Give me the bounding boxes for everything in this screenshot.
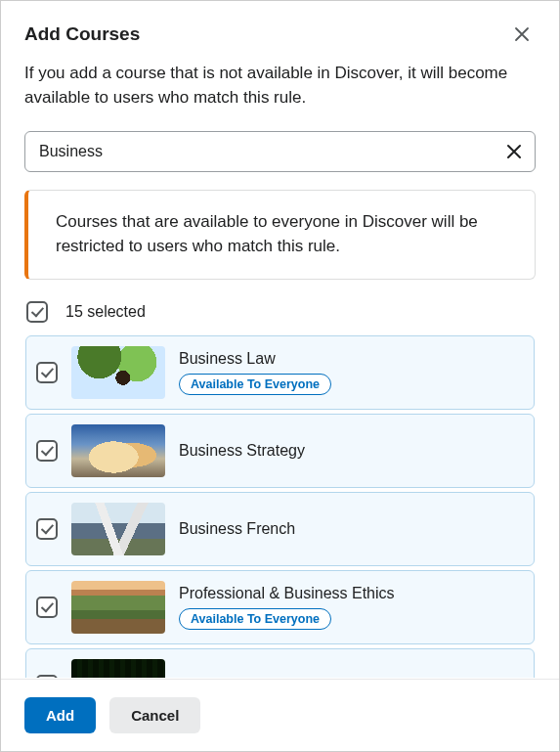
course-name: Business Strategy xyxy=(179,442,524,460)
course-thumbnail xyxy=(71,581,165,634)
modal-footer: Add Cancel xyxy=(1,679,559,751)
search-input[interactable] xyxy=(24,131,536,172)
course-card[interactable]: Business LawAvailable To Everyone xyxy=(25,335,535,410)
course-thumbnail xyxy=(71,659,165,679)
course-thumbnail xyxy=(71,424,165,477)
cancel-button[interactable]: Cancel xyxy=(109,697,200,733)
course-checkbox[interactable] xyxy=(36,518,58,540)
course-card[interactable]: Professional & Business EthicsAvailable … xyxy=(25,570,535,644)
warning-alert: Courses that are available to everyone i… xyxy=(24,190,536,279)
search-field xyxy=(24,131,536,172)
selected-count-label: 15 selected xyxy=(65,303,146,321)
course-name: Business French xyxy=(179,520,524,538)
course-card[interactable]: Business French xyxy=(25,492,535,566)
course-thumbnail xyxy=(71,503,165,555)
course-name: Business Law xyxy=(179,350,524,368)
modal-title: Add Courses xyxy=(24,23,140,45)
clear-search-button[interactable] xyxy=(500,138,528,165)
course-checkbox[interactable] xyxy=(36,362,58,383)
select-all-checkbox[interactable] xyxy=(26,301,48,323)
close-button[interactable] xyxy=(508,21,536,48)
close-icon xyxy=(514,26,530,42)
course-name: Professional & Business Ethics xyxy=(179,585,524,602)
modal-body: If you add a course that is not availabl… xyxy=(1,56,559,679)
add-button[interactable]: Add xyxy=(24,697,96,733)
close-icon xyxy=(506,144,522,159)
course-checkbox[interactable] xyxy=(36,440,58,462)
modal-header: Add Courses xyxy=(1,1,559,56)
course-content: Business LawAvailable To Everyone xyxy=(179,350,524,395)
course-content: Business French xyxy=(179,520,524,538)
modal-description: If you add a course that is not availabl… xyxy=(24,62,536,110)
course-checkbox[interactable] xyxy=(36,597,58,618)
course-content: Professional & Business EthicsAvailable … xyxy=(179,585,524,630)
course-thumbnail xyxy=(71,346,165,399)
course-card[interactable]: Business Systems Analysis xyxy=(25,648,535,679)
select-all-row: 15 selected xyxy=(24,301,536,323)
availability-badge: Available To Everyone xyxy=(179,374,331,395)
course-content: Business Strategy xyxy=(179,442,524,460)
availability-badge: Available To Everyone xyxy=(179,608,331,630)
add-courses-modal: Add Courses If you add a course that is … xyxy=(0,0,560,752)
course-card[interactable]: Business Strategy xyxy=(25,414,535,488)
course-list[interactable]: Business LawAvailable To EveryoneBusines… xyxy=(24,334,536,679)
